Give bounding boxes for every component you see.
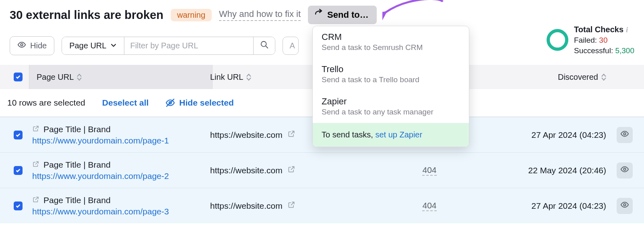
send-to-button[interactable]: Send to… [308,6,377,24]
send-to-label: Send to… [327,10,369,20]
discovered-date: 27 Apr 2024 (04:23) [531,130,606,139]
page-url-link[interactable]: https://www.yourdomain.com/page-2 [32,171,210,181]
external-link-icon[interactable] [287,201,295,211]
eye-icon [620,165,629,176]
eye-icon [620,200,629,211]
total-checks-panel: Total Checks i Failed: 30 Successful: 5,… [547,24,634,56]
discovered-date: 27 Apr 2024 (04:23) [531,201,606,210]
hide-button[interactable]: Hide [10,36,54,55]
row-view-button[interactable] [617,198,633,214]
column-label: Discovered [558,73,598,82]
send-to-dropdown: CRM Send a task to Semrush CRM Trello Se… [312,26,469,147]
sort-icon [77,74,82,81]
help-link[interactable]: Why and how to fix it [219,9,301,21]
page-title-text: Page Title | Brand [43,160,111,170]
dropdown-item-title: CRM [322,32,460,42]
dropdown-item-subtitle: Send a task to any task manager [322,108,460,116]
page-url-link[interactable]: https://www.yourdomain.com/page-1 [32,136,210,145]
eye-icon [620,129,629,140]
dropdown-item-zapier[interactable]: Zapier Send a task to any task manager [313,91,469,123]
discovered-date: 22 May 2024 (20:46) [528,166,606,175]
row-checkbox[interactable] [14,166,23,175]
search-icon [260,40,269,51]
page-title-text: Page Title | Brand [43,195,111,205]
row-view-button[interactable] [617,127,633,143]
total-checks-title: Total Checks [574,24,623,35]
column-header-page-url[interactable]: Page URL [29,65,213,89]
dropdown-item-title: Zapier [322,96,460,107]
share-arrow-icon [314,9,323,21]
filter-search-button[interactable] [253,37,275,54]
row-view-button[interactable] [617,162,633,179]
column-label: Page URL [37,73,74,82]
svg-point-0 [21,44,23,46]
dropdown-item-subtitle: Send a task to a Trello board [322,75,460,84]
http-status: 404 [422,201,436,211]
deselect-all-link[interactable]: Deselect all [102,98,149,108]
page-title-text: Page Title | Brand [43,125,111,134]
hide-label: Hide [30,41,47,50]
svg-point-5 [623,204,626,206]
link-url-text: https://website.com [210,130,283,140]
annotation-arrow [382,0,447,21]
eye-off-icon [165,98,175,108]
chevron-down-icon [110,41,117,50]
page-url-link[interactable]: https://www.yourdomain.com/page-3 [32,207,210,216]
external-link-icon[interactable] [287,165,295,175]
table-row: Page Title | Brand https://www.yourdomai… [0,188,644,223]
dropdown-item-crm[interactable]: CRM Send a task to Semrush CRM [313,26,469,58]
eye-icon [17,40,26,51]
dropdown-footer: To send tasks, set up Zapier [313,123,469,147]
failed-label: Failed: [574,36,597,44]
column-header-discovered[interactable]: Discovered [464,73,613,82]
dropdown-item-trello[interactable]: Trello Send a task to a Trello board [313,58,469,91]
hide-selected-label: Hide selected [179,98,233,108]
selection-count: 10 rows are selected [7,98,85,108]
dropdown-footer-text: To send tasks, [322,130,375,139]
external-link-icon[interactable] [287,130,295,140]
filter-group: Page URL [62,37,275,55]
column-label: Link URL [210,73,243,82]
info-icon[interactable]: i [626,25,628,35]
dropdown-item-title: Trello [322,64,460,75]
failed-value: 30 [599,36,607,44]
svg-point-4 [623,168,626,170]
svg-point-3 [623,133,626,135]
http-status: 404 [422,165,436,176]
dropdown-item-subtitle: Send a task to Semrush CRM [322,43,460,52]
filter-field-select[interactable]: Page URL [62,37,124,54]
external-link-icon [32,195,39,205]
successful-label: Successful: [574,46,613,55]
table-row: Page Title | Brand https://www.yourdomai… [0,152,644,188]
successful-value: 5,300 [615,46,634,55]
page-title: 30 external links are broken [10,8,163,22]
link-url-text: https://website.com [210,201,283,211]
row-checkbox[interactable] [14,202,23,210]
external-link-icon [32,125,39,134]
row-checkbox[interactable] [14,131,23,139]
filter-field-label: Page URL [69,41,106,50]
link-url-text: https://website.com [210,166,283,175]
sort-icon [246,74,251,81]
warning-badge: warning [171,9,212,21]
filter-input[interactable] [124,37,253,54]
dropdown-footer-link[interactable]: set up Zapier [375,130,422,139]
hide-selected-link[interactable]: Hide selected [165,98,233,108]
total-checks-donut-icon [547,29,568,51]
select-all-checkbox[interactable] [14,73,23,81]
external-link-icon [32,160,39,170]
sort-icon [601,74,606,81]
truncated-button[interactable]: A [283,37,299,55]
